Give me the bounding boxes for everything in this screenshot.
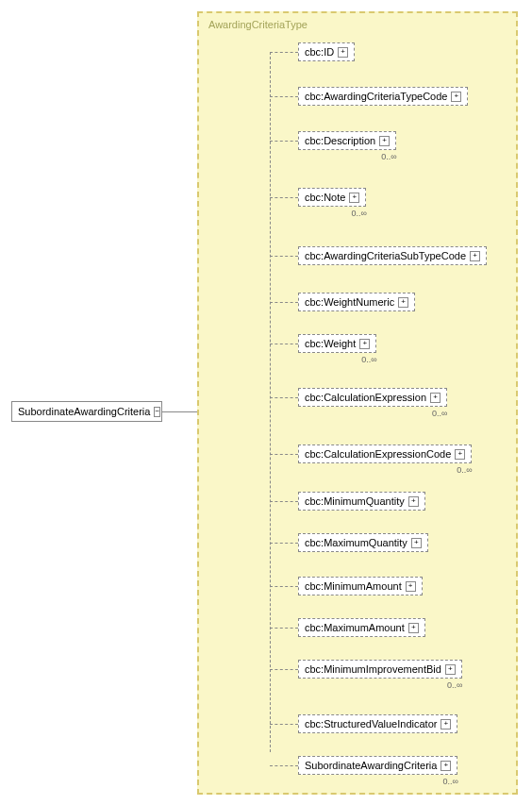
child-element[interactable]: cbc:CalculationExpression+ bbox=[298, 388, 447, 407]
child-element[interactable]: cbc:AwardingCriteriaTypeCode+ bbox=[298, 87, 468, 106]
connector-line bbox=[270, 543, 298, 544]
child-element[interactable]: cbc:Description+ bbox=[298, 131, 396, 150]
child-element-label: cbc:MinimumAmount bbox=[305, 580, 402, 592]
expand-icon[interactable]: + bbox=[406, 581, 416, 592]
expand-icon[interactable]: + bbox=[441, 719, 451, 730]
cardinality-label: 0..∞ bbox=[361, 355, 376, 364]
connector-line bbox=[270, 141, 298, 142]
child-element[interactable]: cbc:MinimumImprovementBid+ bbox=[298, 660, 462, 679]
root-element-label: SubordinateAwardingCriteria bbox=[18, 406, 150, 417]
connector-line bbox=[270, 96, 298, 97]
cardinality-label: 0..∞ bbox=[447, 680, 462, 690]
connector-line bbox=[270, 256, 298, 257]
connector-line bbox=[270, 302, 298, 303]
expand-icon[interactable]: + bbox=[408, 496, 419, 507]
connector-line bbox=[270, 724, 298, 725]
child-element-label: cbc:CalculationExpressionCode bbox=[305, 448, 451, 460]
child-element[interactable]: cbc:MinimumAmount+ bbox=[298, 577, 423, 595]
expand-icon[interactable]: + bbox=[349, 193, 359, 203]
connector-line bbox=[270, 628, 298, 629]
child-element[interactable]: cbc:StructuredValueIndicator+ bbox=[298, 714, 457, 733]
child-element[interactable]: cbc:Weight+ bbox=[298, 334, 376, 353]
connector-line bbox=[270, 586, 298, 587]
child-element[interactable]: cbc:MaximumAmount+ bbox=[298, 618, 425, 637]
expand-icon[interactable]: + bbox=[398, 297, 408, 308]
cardinality-label: 0..∞ bbox=[457, 465, 472, 475]
connector-vline bbox=[270, 52, 271, 752]
connector-line bbox=[270, 765, 298, 766]
cardinality-label: 0..∞ bbox=[432, 409, 447, 418]
child-element-label: cbc:AwardingCriteriaSubTypeCode bbox=[305, 250, 466, 261]
child-element[interactable]: cbc:ID+ bbox=[298, 42, 355, 61]
expand-icon[interactable]: + bbox=[445, 664, 456, 675]
xsd-diagram-canvas: SubordinateAwardingCriteria − •••− Award… bbox=[0, 0, 532, 805]
child-element-label: cbc:Weight bbox=[305, 338, 356, 349]
expand-icon[interactable]: + bbox=[338, 47, 348, 58]
child-element-label: cbc:MinimumImprovementBid bbox=[305, 663, 441, 675]
child-element-label: cbc:Note bbox=[305, 192, 345, 203]
connector-line bbox=[270, 344, 298, 344]
expand-icon[interactable]: + bbox=[451, 92, 461, 102]
expand-icon[interactable]: + bbox=[455, 449, 465, 460]
child-element[interactable]: cbc:Note+ bbox=[298, 188, 366, 207]
connector-line bbox=[270, 397, 298, 398]
child-element[interactable]: cbc:AwardingCriteriaSubTypeCode+ bbox=[298, 246, 487, 265]
child-element[interactable]: cbc:MinimumQuantity+ bbox=[298, 492, 425, 511]
connector-line bbox=[270, 669, 298, 670]
expand-icon[interactable]: + bbox=[430, 393, 441, 403]
child-element-label: cbc:MaximumAmount bbox=[305, 622, 405, 633]
child-element-label: cbc:CalculationExpression bbox=[305, 392, 426, 403]
child-element[interactable]: cbc:MaximumQuantity+ bbox=[298, 533, 428, 552]
child-element-label: cbc:Description bbox=[305, 135, 375, 146]
collapse-icon[interactable]: − bbox=[154, 407, 160, 417]
child-element[interactable]: SubordinateAwardingCriteria+ bbox=[298, 756, 457, 775]
expand-icon[interactable]: + bbox=[470, 251, 480, 261]
child-element[interactable]: cbc:CalculationExpressionCode+ bbox=[298, 444, 472, 463]
expand-icon[interactable]: + bbox=[408, 623, 419, 633]
connector-line bbox=[270, 454, 298, 455]
child-element-label: SubordinateAwardingCriteria bbox=[305, 760, 437, 771]
child-element-label: cbc:ID bbox=[305, 46, 334, 58]
cardinality-label: 0..∞ bbox=[381, 152, 396, 161]
expand-icon[interactable]: + bbox=[411, 538, 422, 548]
child-element-label: cbc:AwardingCriteriaTypeCode bbox=[305, 91, 447, 102]
child-element-label: cbc:WeightNumeric bbox=[305, 296, 394, 308]
complex-type-title: AwardingCriteriaType bbox=[208, 19, 308, 30]
connector-line bbox=[270, 501, 298, 502]
child-element-label: cbc:StructuredValueIndicator bbox=[305, 718, 437, 730]
expand-icon[interactable]: + bbox=[359, 339, 370, 349]
cardinality-label: 0..∞ bbox=[351, 209, 366, 218]
connector-line bbox=[270, 52, 298, 53]
expand-icon[interactable]: + bbox=[441, 761, 451, 771]
cardinality-label: 0..∞ bbox=[442, 777, 457, 786]
expand-icon[interactable]: + bbox=[379, 136, 390, 146]
connector-line bbox=[270, 197, 298, 198]
root-element[interactable]: SubordinateAwardingCriteria − bbox=[11, 401, 162, 422]
child-element[interactable]: cbc:WeightNumeric+ bbox=[298, 293, 415, 311]
child-element-label: cbc:MinimumQuantity bbox=[305, 495, 405, 507]
child-element-label: cbc:MaximumQuantity bbox=[305, 537, 407, 548]
